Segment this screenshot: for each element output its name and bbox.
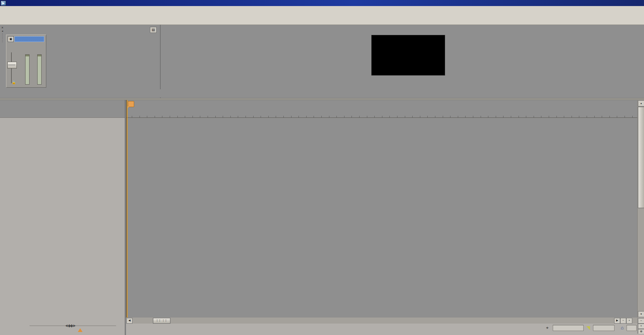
scrollbar-corner: − + ⊕: [637, 318, 644, 335]
horizontal-scrollbar[interactable]: ◀ ▶ − +: [126, 318, 637, 324]
edit-start-line: [127, 100, 127, 318]
master-bus-dock: ✕◂⋮⋮⋮ ▤ ▣ 🔒: [0, 25, 161, 98]
marker-tag[interactable]: [128, 101, 134, 107]
cursor-position-icon: ⌖: [546, 325, 548, 331]
bus-name-field[interactable]: [14, 36, 44, 42]
bus-restore-icon[interactable]: ▣: [8, 36, 14, 42]
selection-length-field[interactable]: [627, 325, 637, 331]
home-icon[interactable]: ⌂: [619, 325, 626, 331]
app-icon: ▶: [1, 1, 6, 6]
vertical-scroll-thumb[interactable]: [638, 107, 644, 208]
window-dock-tabs: [0, 89, 161, 97]
zoom-out-time-button[interactable]: −: [620, 318, 626, 324]
display-info-row: [412, 91, 432, 95]
dock-grip[interactable]: ✕◂⋮⋮⋮: [0, 26, 4, 43]
rate-marker-icon[interactable]: [78, 328, 83, 332]
master-meter-right: [37, 54, 42, 85]
upper-dock-area: ✕◂⋮⋮⋮ ▤ ▣ 🔒: [0, 25, 644, 98]
shuttle-control[interactable]: ◄◆◆►: [64, 323, 76, 328]
time-ruler[interactable]: [126, 109, 637, 118]
horizontal-scroll-thumb[interactable]: [153, 318, 170, 324]
frame-info-row: [412, 86, 432, 91]
bus-properties-icon[interactable]: ▤: [150, 27, 157, 33]
master-channel-strip: ▣ 🔒: [6, 35, 46, 88]
zoom-out-track-height-button[interactable]: −: [638, 318, 644, 324]
track-list-column: ◄◆◆►: [0, 100, 125, 335]
menu-bar: [0, 6, 644, 14]
vertical-scrollbar[interactable]: ▲ ▼: [637, 100, 644, 318]
scroll-down-button[interactable]: ▼: [638, 311, 644, 317]
preview-info-row: [163, 91, 183, 95]
video-preview-screen: [371, 35, 445, 76]
rate-row: ◄◆◆►: [0, 318, 125, 335]
playhead-line: [126, 100, 126, 318]
timecode-display-block: [0, 100, 125, 118]
vegas-pro-window: ▶ ✕◂⋮⋮⋮ ▤ ▣ 🔒: [0, 0, 644, 335]
cursor-position-field[interactable]: [553, 325, 584, 331]
master-fader-thumb[interactable]: [7, 62, 17, 68]
marker-bar[interactable]: [126, 100, 637, 110]
title-bar: ▶: [0, 0, 644, 6]
fader-lock-icon[interactable]: 🔒: [12, 81, 16, 84]
zoom-in-time-button[interactable]: +: [626, 318, 632, 324]
main-toolbar: [0, 13, 644, 25]
scroll-left-button[interactable]: ◀: [126, 318, 132, 324]
scroll-up-button[interactable]: ▲: [638, 100, 644, 106]
project-info-row: [163, 86, 183, 91]
scroll-right-button[interactable]: ▶: [614, 318, 620, 324]
snap-offset-icon: [586, 326, 590, 330]
video-preview-pane: [161, 25, 644, 98]
master-meter-scale: [29, 54, 36, 84]
selection-start-field[interactable]: [593, 325, 614, 331]
timeline-area: ◀ ▶ − + ⌖ ⌂: [126, 100, 637, 335]
transport-row: ⌖ ⌂: [126, 324, 637, 334]
window-bottom-edge: [126, 334, 644, 335]
zoom-in-track-height-button[interactable]: +: [638, 324, 644, 329]
